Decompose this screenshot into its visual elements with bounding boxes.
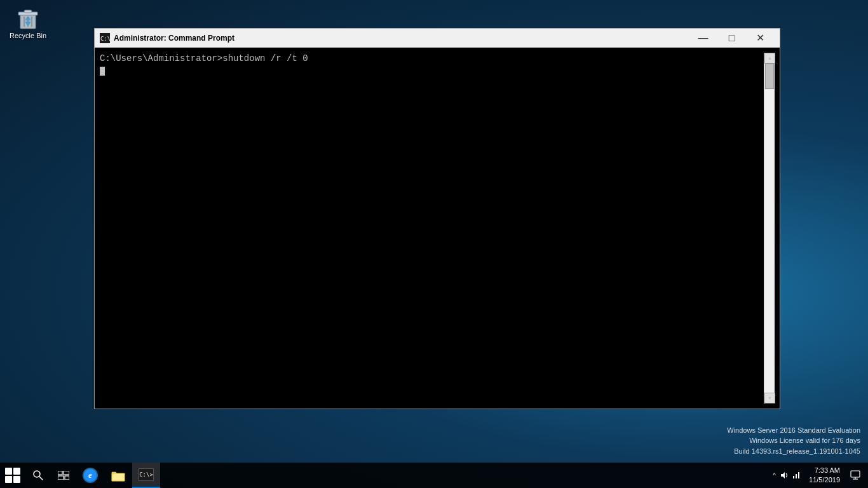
cmd-titlebar: C:\ Administrator: Command Prompt — □ ✕ — [95, 29, 780, 48]
scroll-track[interactable] — [764, 64, 775, 393]
cmd-window: C:\ Administrator: Command Prompt — □ ✕ … — [94, 28, 780, 409]
taskbar-explorer-button[interactable] — [104, 463, 132, 488]
start-button[interactable] — [0, 463, 25, 488]
action-center-button[interactable] — [845, 463, 865, 488]
volume-icon[interactable] — [780, 470, 790, 480]
svg-rect-11 — [64, 471, 69, 475]
cmd-cursor — [100, 67, 105, 76]
recycle-bin-image — [15, 6, 41, 31]
cmd-text-area[interactable]: C:\Users\Administrator>shutdown /r /t 0 — [100, 53, 764, 403]
taskbar: e C:\> ^ — [0, 463, 868, 488]
taskbar-clock[interactable]: 7:33 AM 11/5/2019 — [804, 463, 845, 488]
maximize-button[interactable]: □ — [717, 29, 746, 48]
taskbar-ie-button[interactable]: e — [76, 463, 104, 488]
system-tray: ^ — [768, 470, 804, 480]
task-view-button[interactable] — [51, 463, 76, 488]
cmd-task-icon: C:\> — [139, 468, 154, 481]
svg-rect-18 — [851, 471, 860, 477]
svg-rect-2 — [24, 10, 32, 13]
svg-rect-15 — [793, 476, 794, 478]
clock-time: 7:33 AM — [815, 466, 840, 475]
svg-line-9 — [39, 477, 43, 480]
taskbar-cmd-button[interactable]: C:\> — [132, 463, 160, 488]
recycle-bin-label: Recycle Bin — [10, 31, 46, 40]
svg-rect-12 — [58, 476, 64, 480]
search-button[interactable] — [25, 463, 51, 488]
taskbar-pinned-items: e C:\> — [76, 463, 160, 488]
desktop: Recycle Bin C:\ Administrator: Command P… — [0, 0, 868, 488]
svg-marker-14 — [781, 472, 785, 478]
network-icon[interactable] — [791, 470, 801, 480]
scroll-up-button[interactable]: ▲ — [764, 53, 775, 64]
svg-rect-17 — [798, 472, 799, 478]
cmd-command-line: C:\Users\Administrator>shutdown /r /t 0 — [100, 53, 764, 65]
svg-text:C:\: C:\ — [100, 36, 110, 42]
cmd-content: C:\Users\Administrator>shutdown /r /t 0 … — [95, 48, 780, 409]
watermark-line1: Windows Server 2016 Standard Evaluation — [727, 425, 860, 436]
svg-rect-16 — [796, 474, 797, 478]
watermark-line2: Windows License valid for 176 days — [727, 435, 860, 446]
cmd-titlebar-icon: C:\ — [100, 33, 110, 43]
titlebar-buttons: — □ ✕ — [689, 29, 775, 48]
svg-rect-13 — [65, 476, 69, 480]
search-icon — [32, 470, 44, 481]
ie-icon: e — [83, 468, 98, 483]
taskbar-right: ^ 7:33 — [768, 463, 868, 488]
minimize-button[interactable]: — — [689, 29, 717, 48]
watermark-line3: Build 14393.rs1_release_1.191001-1045 — [727, 446, 860, 457]
scroll-down-button[interactable]: ▼ — [764, 393, 775, 403]
scroll-thumb[interactable] — [765, 64, 774, 89]
folder-icon — [111, 468, 126, 482]
cmd-title: Administrator: Command Prompt — [114, 34, 689, 43]
action-center-icon — [850, 470, 860, 480]
windows-logo-icon — [5, 468, 20, 483]
show-hidden-icons-button[interactable]: ^ — [770, 472, 778, 479]
task-view-icon — [58, 471, 69, 480]
cmd-scrollbar[interactable]: ▲ ▼ — [764, 53, 775, 403]
watermark: Windows Server 2016 Standard Evaluation … — [727, 425, 860, 457]
clock-date: 11/5/2019 — [809, 475, 840, 485]
close-button[interactable]: ✕ — [746, 29, 775, 48]
recycle-bin-icon[interactable]: Recycle Bin — [3, 3, 53, 43]
svg-rect-10 — [58, 471, 62, 475]
